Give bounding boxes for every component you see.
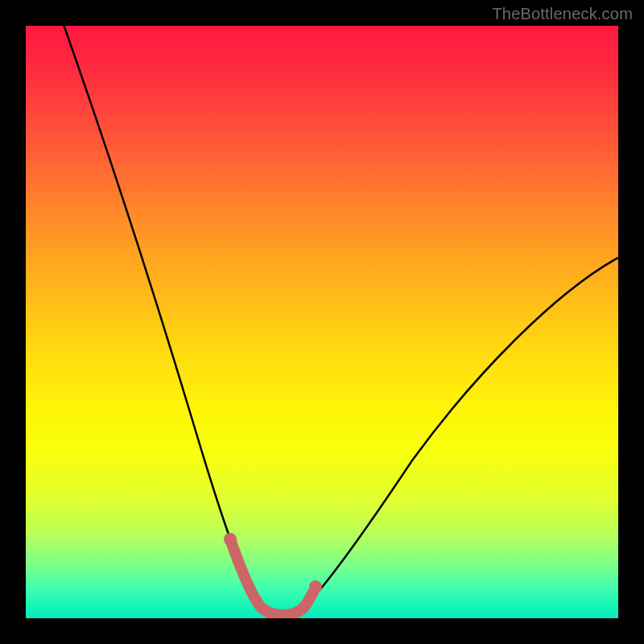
bottleneck-curve	[61, 26, 618, 614]
curve-layer	[26, 26, 618, 618]
highlight-segment	[230, 539, 316, 615]
highlight-end-right	[309, 580, 322, 593]
chart-frame: TheBottleneck.com	[0, 0, 644, 644]
watermark-text: TheBottleneck.com	[492, 5, 633, 23]
highlight-end-left	[224, 533, 237, 546]
plot-area	[26, 26, 618, 618]
